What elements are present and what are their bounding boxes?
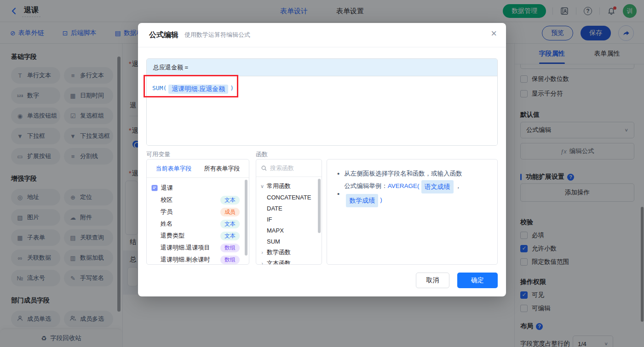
example-token: 语文成绩 [421, 180, 454, 193]
function-group-math[interactable]: ›数学函数 [260, 247, 318, 258]
bullet-icon: • [337, 167, 339, 180]
type-badge: 数组 [220, 244, 240, 252]
cancel-button[interactable]: 取消 [416, 273, 449, 288]
variables-label: 可用变量 [146, 150, 170, 159]
type-badge: 文本 [220, 196, 240, 205]
caret-down-icon: ∨ [260, 183, 264, 189]
type-badge: 成员 [220, 208, 240, 216]
example-function: AVERAGE( [388, 182, 420, 189]
confirm-button[interactable]: 确定 [457, 273, 498, 288]
function-item[interactable]: MAPX [260, 225, 318, 236]
variable-row[interactable]: 退费类型文本 [151, 230, 244, 242]
variables-scrollbar[interactable] [245, 180, 247, 256]
formula-close-paren: ) [230, 85, 234, 91]
formula-input-area[interactable]: SUM(退课明细.应退金额) [147, 76, 497, 146]
tab-current-form-fields[interactable]: 当前表单字段 [156, 165, 192, 173]
variable-row[interactable]: 退课明细.退课项目数组 [151, 242, 244, 254]
hint-panel: • 从左侧面板选择字段名和函数，或输入函数 • 公式编辑举例：AVERAGE(语… [327, 159, 498, 265]
variable-row[interactable]: 退课明细.剩余课时数组 [151, 254, 244, 265]
variables-panel: 当前表单字段 所有表单字段 退课 校区文本 学员成员 姓名文本 退费类型文本 退… [146, 159, 249, 265]
function-search-input[interactable] [270, 165, 310, 171]
tab-all-form-fields[interactable]: 所有表单字段 [204, 165, 240, 173]
hint-line-1: • 从左侧面板选择字段名和函数，或输入函数 [337, 167, 487, 180]
close-icon[interactable]: × [491, 28, 497, 39]
function-item[interactable]: CONCATENATE [260, 192, 318, 203]
formula-editor-dialog: 公式编辑 使用数学运算符编辑公式 × 总应退金额 = SUM(退课明细.应退金额… [138, 23, 506, 296]
dialog-subtitle: 使用数学运算符编辑公式 [184, 31, 250, 39]
function-group-text[interactable]: ›文本函数 [260, 258, 318, 265]
function-group-common[interactable]: ∨常用函数 [260, 181, 318, 192]
function-search [256, 159, 322, 177]
functions-label: 函数 [256, 150, 268, 159]
function-item[interactable]: IF [260, 214, 318, 225]
formula-editor: 总应退金额 = SUM(退课明细.应退金额) [146, 58, 498, 146]
formula-field-token[interactable]: 退课明细.应退金额 [168, 85, 228, 94]
formula-target-label: 总应退金额 = [147, 59, 497, 76]
dialog-header: 公式编辑 使用数学运算符编辑公式 × [138, 23, 506, 47]
variable-row[interactable]: 学员成员 [151, 206, 244, 218]
function-item[interactable]: DATE [260, 203, 318, 214]
variable-row[interactable]: 校区文本 [151, 194, 244, 206]
caret-right-icon: › [260, 261, 264, 265]
dialog-title: 公式编辑 [149, 30, 178, 40]
function-item[interactable]: SUM [260, 236, 318, 247]
formula-function: SUM( [152, 85, 167, 91]
functions-panel: ∨常用函数 CONCATENATE DATE IF MAPX SUM ›数学函数… [256, 159, 322, 265]
type-badge: 文本 [220, 232, 240, 240]
example-token: 数学成绩 [346, 194, 378, 207]
caret-right-icon: › [260, 250, 264, 255]
form-doc-icon [151, 185, 158, 191]
functions-scrollbar[interactable] [318, 179, 321, 233]
hint-line-2: • 公式编辑举例：AVERAGE(语文成绩，数学成绩) [337, 180, 487, 207]
tree-root-form[interactable]: 退课 [151, 182, 244, 194]
bullet-icon: • [337, 188, 339, 200]
type-badge: 文本 [220, 220, 240, 228]
search-icon [261, 165, 267, 171]
variable-row[interactable]: 姓名文本 [151, 218, 244, 230]
type-badge: 数组 [220, 256, 240, 264]
